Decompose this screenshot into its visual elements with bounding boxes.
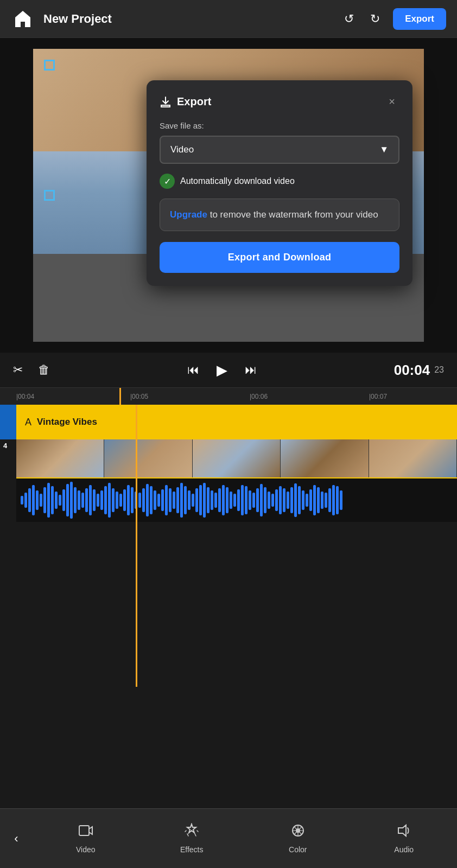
waveform-bar [245,486,247,514]
playback-right: 00:04 23 [394,362,444,379]
home-button[interactable] [11,7,35,31]
waveform-bar [89,485,92,515]
waveform-bar [51,486,54,514]
waveform-bar [287,492,289,509]
timeline-ruler[interactable]: |00:04 |00:05 |00:06 |00:07 [0,387,457,405]
skip-back-icon[interactable]: ⏮ [187,363,199,377]
current-frame: 23 [434,365,444,375]
waveform-bar [112,488,115,512]
handle-top-left[interactable] [44,60,55,71]
redo-button[interactable]: ↻ [367,9,383,29]
audio-waveform [21,478,453,522]
playback-center: ⏮ ▶ ⏭ [50,362,394,379]
cut-icon[interactable]: ✂ [13,363,23,377]
waveform-bar [24,493,27,508]
svg-rect-0 [79,826,89,835]
modal-header: Export × [160,93,399,110]
waveform-bar [325,493,327,508]
upgrade-box: Upgrade to remove the watermark from you… [160,199,399,231]
waveform-bar [81,493,84,508]
upgrade-suffix: to remove the watermark from your video [207,209,378,220]
waveform-bar [230,492,232,509]
text-track-font-icon: A [25,417,31,428]
text-track-label: Vintage Vibes [37,417,97,427]
waveform-bar [154,490,156,510]
nav-effects-label: Effects [180,845,204,854]
waveform-bar [123,489,126,511]
waveform-bar [119,494,122,507]
waveform-bar [290,487,293,513]
undo-button[interactable]: ↺ [341,9,357,29]
waveform-bar [142,488,145,512]
waveform-bar [161,489,164,511]
nav-item-audio[interactable]: Audio [382,823,426,854]
text-track[interactable]: A Vintage Vibes [16,405,457,439]
ruler-playhead [119,388,121,405]
back-button[interactable]: ‹ [0,826,33,851]
modal-close-button[interactable]: × [384,93,399,110]
nav-item-video[interactable]: Video [64,823,107,854]
nav-item-color[interactable]: Color [276,823,320,854]
waveform-bar [116,492,118,509]
waveform-bar [47,483,50,518]
waveform-bar [199,485,202,515]
audio-track[interactable] [16,478,457,522]
video-track[interactable] [16,439,457,477]
skip-forward-icon[interactable]: ⏭ [245,363,257,377]
waveform-bar [328,488,331,512]
download-icon [160,96,172,108]
waveform-bar [127,485,130,515]
waveform-bar [222,485,225,515]
waveform-bar [336,486,339,514]
waveform-bar [131,487,134,513]
bottom-nav: ‹ Video Effects Color Audio [0,808,457,868]
modal-title-wrap: Export [160,95,211,108]
playback-left: ✂ 🗑 [13,363,50,377]
ruler-mark-1: |00:04 [16,393,34,400]
waveform-bar [203,483,206,518]
video-icon [78,823,93,842]
project-title: New Project [43,12,332,26]
waveform-bar [214,493,217,508]
svg-marker-3 [398,825,406,836]
waveform-bar [309,489,312,511]
delete-icon[interactable]: 🗑 [38,363,50,377]
waveform-bar [195,488,198,512]
nav-item-effects[interactable]: Effects [170,823,213,854]
auto-download-label: Automatically download video [180,176,295,186]
waveform-bar [321,492,323,509]
waveform-bar [279,486,282,514]
waveform-bar [66,484,69,516]
waveform-bar [317,487,320,513]
export-modal: Export × Save file as: Video ▼ ✓ Automat… [147,80,412,286]
waveform-bar [233,494,236,507]
waveform-bar [97,494,99,507]
format-dropdown[interactable]: Video ▼ [160,136,399,164]
ruler-mark-4: |00:07 [369,393,387,400]
waveform-bar [207,487,210,513]
waveform-bar [36,490,39,510]
upgrade-link[interactable]: Upgrade [170,209,207,220]
ruler-mark-3: |00:06 [250,393,268,400]
export-download-button[interactable]: Export and Download [160,242,399,273]
nav-color-label: Color [289,845,307,854]
waveform-bar [249,490,251,510]
waveform-bar [241,485,244,515]
film-thumb-2 [104,439,192,477]
header-icons: ↺ ↻ Export [341,8,446,30]
film-thumb-3 [193,439,281,477]
play-button[interactable]: ▶ [217,362,227,379]
waveform-bar [180,483,183,518]
waveform-bar [306,494,308,507]
ruler-mark-2: |00:05 [130,393,148,400]
text-track-row: A Vintage Vibes [0,405,457,439]
video-area: VibEz Export × Save file as: Video [0,38,457,353]
waveform-bar [138,493,141,508]
waveform-bar [108,483,111,518]
waveform-bar [173,492,175,509]
color-icon [290,823,306,842]
waveform-bar [188,490,191,510]
audio-icon [396,823,411,842]
export-header-button[interactable]: Export [393,8,446,30]
waveform-bar [165,485,168,515]
